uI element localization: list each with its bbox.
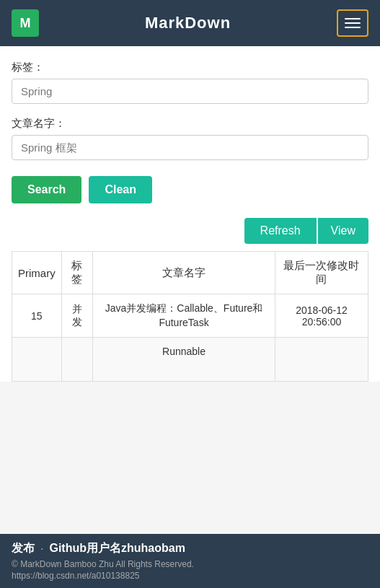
navbar-toggle-button[interactable] xyxy=(337,9,368,37)
brand-icon: M xyxy=(12,9,39,37)
hamburger-line-2 xyxy=(345,22,361,24)
table-row: 15并发Java并发编程：Callable、Future和FutureTask2… xyxy=(12,294,368,338)
cell-article: Java并发编程：Callable、Future和FutureTask xyxy=(93,294,275,338)
footer-copyright: © MarkDown Bamboo Zhu All Rights Reserve… xyxy=(12,559,368,569)
hamburger-line-1 xyxy=(345,18,361,19)
clean-button[interactable]: Clean xyxy=(89,176,152,203)
table-row: Runnable xyxy=(12,338,368,382)
footer-publish-label: 发布 xyxy=(12,541,35,556)
table-head: Primary 标签 文章名字 最后一次修改时间 xyxy=(12,252,368,294)
footer: 发布 · Github用户名zhuhaobam © MarkDown Bambo… xyxy=(0,534,380,588)
navbar: M MarkDown xyxy=(0,0,380,46)
navbar-title: MarkDown xyxy=(145,14,231,32)
footer-top: 发布 · Github用户名zhuhaobam xyxy=(12,541,368,556)
footer-link: https://blog.csdn.net/a010138825 xyxy=(12,571,368,581)
view-button[interactable]: View xyxy=(318,218,368,244)
action-row: Refresh View xyxy=(12,218,368,244)
table-wrapper: Primary 标签 文章名字 最后一次修改时间 15并发Java并发编程：Ca… xyxy=(12,251,368,382)
tag-label: 标签： xyxy=(12,61,368,74)
tag-group: 标签： xyxy=(12,61,368,114)
footer-github-text: Github用户名zhuhaobam xyxy=(49,541,185,556)
refresh-button[interactable]: Refresh xyxy=(244,218,317,244)
table-header-row: Primary 标签 文章名字 最后一次修改时间 xyxy=(12,252,368,294)
cell-primary: 15 xyxy=(12,294,62,338)
col-article: 文章名字 xyxy=(93,252,275,294)
main-content: 标签： 文章名字： Search Clean Refresh View Prim… xyxy=(0,46,380,382)
col-tag: 标签 xyxy=(61,252,92,294)
article-name-group: 文章名字： xyxy=(12,117,368,170)
articles-table: Primary 标签 文章名字 最后一次修改时间 15并发Java并发编程：Ca… xyxy=(12,251,368,382)
tag-input[interactable] xyxy=(12,79,368,104)
cell-date xyxy=(275,338,368,382)
table-body: 15并发Java并发编程：Callable、Future和FutureTask2… xyxy=(12,294,368,382)
col-date: 最后一次修改时间 xyxy=(275,252,368,294)
cell-tag: 并发 xyxy=(61,294,92,338)
article-name-input[interactable] xyxy=(12,135,368,160)
search-clean-row: Search Clean xyxy=(12,176,368,203)
cell-date: 2018-06-12 20:56:00 xyxy=(275,294,368,338)
col-primary: Primary xyxy=(12,252,62,294)
cell-article: Runnable xyxy=(93,338,275,382)
cell-tag xyxy=(61,338,92,382)
hamburger-line-3 xyxy=(345,27,361,28)
search-button[interactable]: Search xyxy=(12,176,81,203)
footer-dot: · xyxy=(40,543,43,556)
cell-primary xyxy=(12,338,62,382)
article-name-label: 文章名字： xyxy=(12,117,368,131)
